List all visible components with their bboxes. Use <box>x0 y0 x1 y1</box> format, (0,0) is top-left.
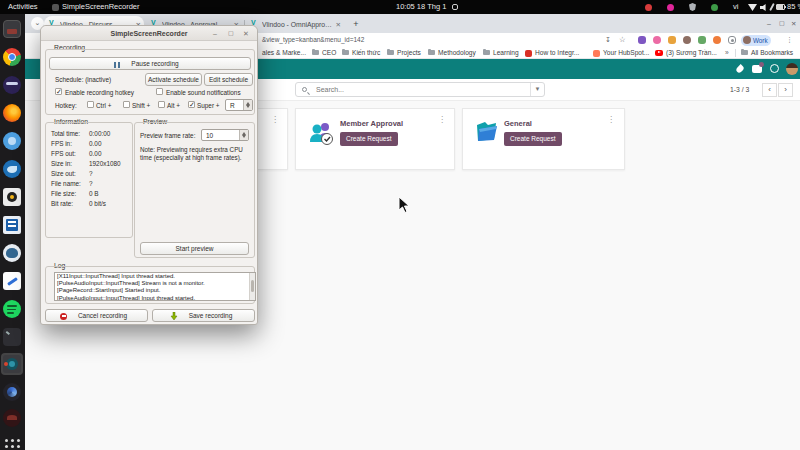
chrome-icon[interactable] <box>3 48 21 66</box>
notifications-icon[interactable] <box>452 4 458 10</box>
log-textarea[interactable]: [X11Input::InputThread] Input thread sta… <box>54 272 256 301</box>
dropdown-caret-icon[interactable] <box>243 100 252 110</box>
hotkey-alt-checkbox[interactable] <box>158 101 165 108</box>
dialog-close-icon[interactable]: ✕ <box>243 26 249 41</box>
extensions-puzzle-icon[interactable] <box>728 36 736 44</box>
app-grid-icon[interactable] <box>3 437 21 450</box>
tab-vlindoo-omniapproval[interactable]: V Vlindoo - OmniApprova ✕ <box>246 16 344 33</box>
user-avatar[interactable] <box>786 63 798 75</box>
recording-tray-icon[interactable] <box>645 4 652 11</box>
bookmarks-overflow-chevron[interactable]: » <box>725 47 729 59</box>
enable-sound-checkbox[interactable] <box>156 88 163 95</box>
hotkey-super-checkbox[interactable] <box>188 101 195 108</box>
hotkey-ctrl-checkbox[interactable] <box>87 101 94 108</box>
extension-icon[interactable] <box>653 36 661 44</box>
bookmark-item[interactable]: ales & Marke... <box>262 47 306 59</box>
bookmark-folder[interactable]: CEO <box>322 47 336 59</box>
preview-rate-label: Preview frame rate: <box>140 131 195 140</box>
clock[interactable]: 10:05 18 Thg 1 <box>396 0 446 14</box>
kanban-card-general[interactable]: General Create Request ⋮ <box>462 108 625 170</box>
video-editor-icon[interactable] <box>3 383 21 401</box>
all-bookmarks-button[interactable]: All Bookmarks <box>751 47 793 59</box>
window-close-icon[interactable]: ✕ <box>791 14 796 33</box>
bookmark-item[interactable]: Your HubSpot... <box>603 47 649 59</box>
save-recording-button[interactable]: Save recording <box>152 309 255 322</box>
dock <box>0 14 25 450</box>
text-editor-icon[interactable] <box>3 272 21 290</box>
enable-hotkey-checkbox[interactable] <box>55 88 62 95</box>
pager-next-button[interactable]: › <box>778 83 793 97</box>
activities-button[interactable]: Activities <box>8 0 38 14</box>
dialog-maximize-icon[interactable]: ▢ <box>228 26 234 41</box>
libreoffice-writer-icon[interactable] <box>3 216 21 234</box>
terminal-icon[interactable] <box>3 328 21 346</box>
volume-icon[interactable] <box>760 4 768 11</box>
address-bar-url[interactable]: &view_type=kanban&menu_id=142 <box>262 33 364 47</box>
kanban-card-member-approval[interactable]: Member Approval Create Request ⋮ <box>295 108 455 170</box>
firefox-icon[interactable] <box>3 104 21 122</box>
tab-close-icon[interactable]: ✕ <box>336 16 341 33</box>
log-group: [X11Input::InputThread] Input thread sta… <box>45 266 255 304</box>
edit-schedule-button[interactable]: Edit schedule <box>204 73 253 86</box>
browser-menu-icon[interactable]: ⋮ <box>786 33 793 47</box>
extension-icon[interactable] <box>698 36 706 44</box>
spotify-icon[interactable] <box>3 300 21 318</box>
bookmark-folder[interactable]: Kiến thức <box>352 47 380 59</box>
hotkey-key-select[interactable]: R <box>225 99 253 111</box>
preview-rate-spinbox[interactable]: 10 <box>201 129 249 141</box>
eclipse-icon[interactable] <box>3 76 21 94</box>
bookmark-folder[interactable]: Learning <box>493 47 519 59</box>
input-method-indicator[interactable]: vi <box>733 0 738 14</box>
dialog-minimize-icon[interactable]: – <box>213 26 217 41</box>
card-menu-icon[interactable]: ⋮ <box>607 115 615 124</box>
card-title: Member Approval <box>340 119 403 128</box>
search-dropdown-caret[interactable]: ▼ <box>530 83 544 96</box>
log-scrollbar[interactable] <box>249 273 255 300</box>
media-player-icon[interactable] <box>3 188 21 206</box>
search-input[interactable] <box>314 84 514 95</box>
start-preview-button[interactable]: Start preview <box>140 242 249 255</box>
spinner-arrows[interactable] <box>239 130 248 140</box>
hotkey-shift-checkbox[interactable] <box>123 101 130 108</box>
droplet-icon[interactable] <box>735 64 745 74</box>
info-value: 0 B <box>89 190 99 198</box>
extension-icon[interactable] <box>713 36 721 44</box>
activity-clock-icon[interactable] <box>770 64 779 73</box>
activate-schedule-button[interactable]: Activate schedule <box>145 73 202 86</box>
create-request-button[interactable]: Create Request <box>340 132 398 146</box>
thunderbird-icon[interactable] <box>3 160 21 178</box>
card-menu-icon[interactable]: ⋮ <box>271 115 279 124</box>
wifi-icon[interactable] <box>748 4 757 11</box>
pager-previous-button[interactable]: ‹ <box>762 83 777 97</box>
bookmark-item[interactable]: (3) Sương Trần... <box>666 47 717 59</box>
bookmark-folder[interactable]: Projects <box>397 47 421 59</box>
postgresql-icon[interactable] <box>3 244 21 262</box>
bookmark-star-icon[interactable]: ☆ <box>619 33 626 47</box>
new-tab-button[interactable]: + <box>348 16 364 32</box>
window-maximize-icon[interactable]: ▢ <box>779 14 785 33</box>
extension-icon[interactable] <box>638 36 646 44</box>
chromium-icon[interactable] <box>3 132 21 150</box>
info-value: 0.00 <box>89 150 101 158</box>
share-icon[interactable]: ↧ <box>605 33 611 47</box>
extension-icon[interactable] <box>683 36 691 44</box>
tray-app-icon[interactable] <box>667 4 674 11</box>
dialog-title-bar[interactable]: SimpleScreenRecorder – ▢ ✕ <box>41 26 257 41</box>
cancel-recording-button[interactable]: Cancel recording <box>45 309 148 322</box>
green-tray-icon[interactable] <box>711 4 718 11</box>
info-value: ? <box>89 170 93 178</box>
messages-icon[interactable] <box>752 65 762 73</box>
profile-chip[interactable]: Work <box>741 35 771 46</box>
files-icon[interactable] <box>3 20 21 38</box>
pause-recording-button[interactable]: Pause recording <box>49 57 251 70</box>
bookmark-item[interactable]: How to Integr... <box>535 47 579 59</box>
shield-tray-icon[interactable] <box>689 3 696 11</box>
extension-icon[interactable] <box>668 36 676 44</box>
gimp-icon[interactable] <box>3 409 21 427</box>
card-menu-icon[interactable]: ⋮ <box>438 115 446 124</box>
focused-app-name[interactable]: SimpleScreenRecorder <box>62 0 140 14</box>
create-request-button[interactable]: Create Request <box>504 132 562 146</box>
window-minimize-icon[interactable]: – <box>767 14 771 33</box>
simplescreenrecorder-icon[interactable] <box>3 355 21 373</box>
bookmark-folder[interactable]: Methodology <box>438 47 476 59</box>
